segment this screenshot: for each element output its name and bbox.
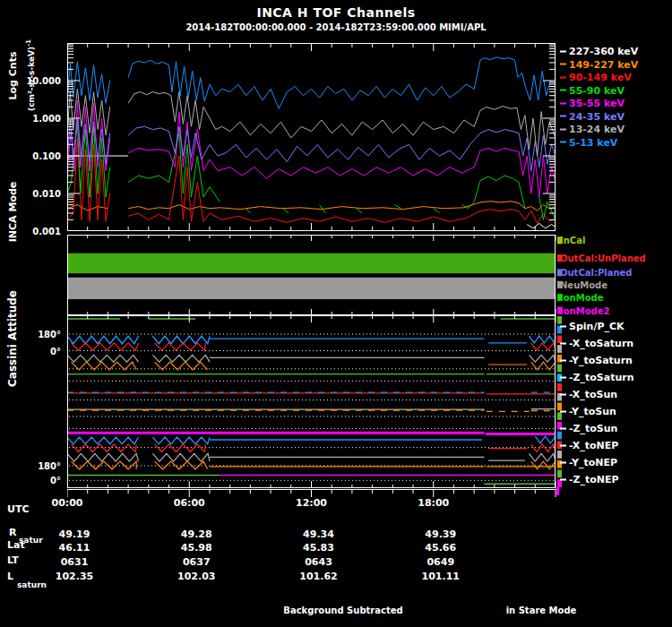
ytick-1.000: 1.000	[32, 114, 61, 124]
table-R-col1: 49.28	[181, 528, 212, 540]
attitude-legend--X-toSaturn: -X_toSaturn	[560, 338, 633, 349]
attitude-trace-13	[67, 453, 139, 461]
legend-dash	[560, 427, 566, 429]
ytick-0.100: 0.100	[32, 151, 61, 161]
attitude-trace-11	[67, 437, 139, 444]
legend-label: 35-55 keV	[569, 98, 625, 109]
attitude-trace-12	[72, 444, 137, 452]
legend-item-90-149-keV: 90-149 keV	[560, 72, 632, 83]
utc-label-00:00: 00:00	[51, 497, 82, 509]
legend-label: 149-227 keV	[569, 58, 638, 70]
legend-label: -Z_toSun	[569, 423, 617, 434]
mode-legend-OutCal-UnPlaned: OutCal:UnPlaned	[560, 253, 646, 263]
utc-label-06:00: 06:00	[174, 497, 205, 509]
attitude-trace-13	[152, 453, 210, 461]
table-LT-col2: 0643	[305, 556, 332, 568]
attitude-trace-3	[67, 355, 139, 362]
attitude-trace-1	[152, 336, 210, 344]
y-axis-label-cassini-attitude: Cassini Attitude	[6, 276, 19, 401]
legend-dash	[560, 76, 566, 78]
legend-item-5-13-keV: 5-13 keV	[560, 136, 617, 148]
attitude-legend--Z-toSaturn: -Z_toSaturn	[560, 372, 634, 383]
legend-dash	[560, 102, 566, 104]
legend-label: -Y_toSun	[569, 406, 616, 417]
attitude-legend--Y-toSun: -Y_toSun	[560, 406, 616, 417]
attitude-legend--X-toNEP: -X_toNEP	[560, 440, 618, 451]
legend-item-149-227-keV: 149-227 keV	[560, 58, 638, 70]
row-label-lat: Lat	[7, 539, 25, 551]
attitude-ytick-1: 0°	[50, 346, 61, 356]
attitude-trace-3	[152, 355, 210, 362]
attitude-trace-4	[72, 362, 137, 370]
legend-item-227-360-keV: 227-360 keV	[560, 46, 638, 57]
mode-bar-1	[67, 278, 556, 299]
row-label-utc: UTC	[7, 503, 30, 515]
legend-dash	[560, 410, 566, 412]
table-Lat-col0: 46.11	[59, 542, 90, 554]
mode-legend-InCal: InCal	[560, 236, 585, 245]
attitude-legend--X-toSun: -X_toSun	[560, 389, 617, 400]
mode-legend-IonMode2: IonMode2	[560, 306, 609, 316]
table-LT-col0: 0631	[61, 556, 89, 568]
attitude-legend--Z-toSun: -Z_toSun	[560, 423, 617, 434]
ytick-10.000: 10.000	[26, 76, 61, 86]
utc-label-12:00: 12:00	[296, 497, 327, 509]
attitude-trace-11	[535, 436, 556, 443]
legend-dash	[560, 142, 566, 143]
legend-label: -X_toSaturn	[569, 338, 633, 349]
subtitle-timerange: 2014-182T00:00:00.000 - 2014-182T23:59:0…	[0, 22, 672, 32]
legend-label: 24-35 keV	[569, 110, 625, 122]
attitude-trace-1	[530, 336, 556, 343]
legend-label: Spin/P_CK	[569, 321, 625, 332]
legend-label: -Z_toSaturn	[569, 372, 634, 383]
attitude-legend-Spin-P-CK: Spin/P_CK	[560, 321, 625, 332]
legend-dash	[560, 128, 566, 130]
legend-dash	[560, 90, 566, 91]
legend-item-13-24-keV: 13-24 keV	[560, 124, 625, 135]
attitude-trace-4	[531, 362, 556, 370]
legend-dash	[560, 342, 566, 344]
y-axis-label-log-cnts: Log Cnts	[7, 13, 19, 139]
mode-legend-IonMode: IonMode	[560, 293, 603, 303]
table-Lat-col2: 45.83	[303, 542, 334, 554]
legend-dash	[560, 50, 566, 52]
table-R-col3: 49.39	[425, 528, 456, 540]
y-axis-label-inca-mode: INCA Mode	[7, 150, 19, 275]
mode-legend-OutCal-Planed: OutCal:Planed	[560, 268, 632, 278]
legend-label: -X_toNEP	[569, 440, 618, 451]
cassini-attitude-panel	[67, 315, 566, 488]
footer-stare-mode: in Stare Mode	[506, 606, 577, 615]
inca-mode-panel	[67, 235, 566, 315]
series-24-35-keV	[67, 118, 556, 171]
row-label-l: L	[7, 571, 13, 582]
table-Lat-col3: 45.66	[425, 542, 456, 554]
top-panel-plot	[67, 43, 556, 231]
attitude-legend--Y-toNEP: -Y_toNEP	[560, 457, 617, 468]
legend-label: -Y_toNEP	[569, 457, 617, 468]
table-LT-col3: 0649	[426, 556, 454, 568]
legend-label: 55-90 keV	[569, 84, 625, 96]
attitude-trace-12	[531, 444, 556, 452]
legend-label: 13-24 keV	[569, 124, 625, 135]
legend-dash	[560, 64, 566, 65]
mode-legend-NeuMode: NeuMode	[560, 280, 607, 290]
row-label-r: R	[9, 527, 16, 538]
legend-item-55-90-keV: 55-90 keV	[560, 84, 625, 96]
table-L-col0: 102.35	[56, 571, 93, 582]
series-227-360-keV	[67, 156, 556, 228]
series-35-55-keV	[67, 100, 556, 197]
legend-dash	[560, 376, 566, 378]
legend-dash	[560, 359, 566, 361]
legend-dash	[560, 325, 566, 327]
table-L-col2: 101.62	[299, 571, 337, 582]
row-label-lt: LT	[7, 554, 19, 566]
series-13-24-keV	[67, 89, 556, 156]
attitude-ytick-0: 180°	[38, 330, 61, 339]
legend-item-24-35-keV: 24-35 keV	[560, 110, 625, 122]
ytick-0.001: 0.001	[32, 227, 61, 236]
legend-dash	[560, 461, 566, 463]
ytick-0.010: 0.010	[32, 189, 61, 199]
attitude-trace-2	[72, 343, 139, 350]
legend-dash	[560, 393, 566, 395]
attitude-ytick-3: 0°	[50, 476, 61, 485]
